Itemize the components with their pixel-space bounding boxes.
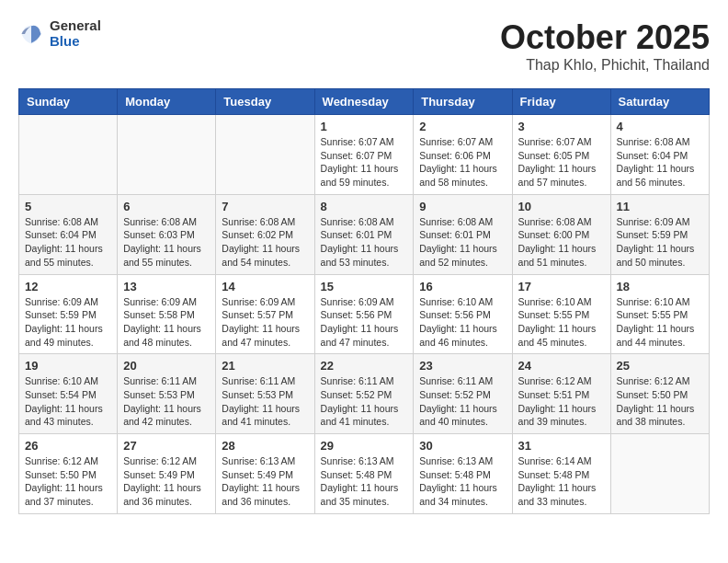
calendar-cell: 4Sunrise: 6:08 AMSunset: 6:04 PMDaylight… — [610, 115, 709, 195]
calendar-cell: 18Sunrise: 6:10 AMSunset: 5:55 PMDayligh… — [610, 274, 709, 354]
cell-details: Sunrise: 6:13 AMSunset: 5:49 PMDaylight:… — [222, 454, 308, 509]
day-number: 10 — [518, 200, 605, 213]
calendar-cell: 13Sunrise: 6:09 AMSunset: 5:58 PMDayligh… — [118, 274, 216, 354]
logo-icon — [18, 21, 44, 47]
calendar-cell: 12Sunrise: 6:09 AMSunset: 5:59 PMDayligh… — [19, 274, 118, 354]
day-number: 26 — [25, 439, 111, 453]
cell-details: Sunrise: 6:08 AMSunset: 6:04 PMDaylight:… — [25, 215, 111, 270]
day-number: 11 — [617, 200, 703, 213]
cell-details: Sunrise: 6:13 AMSunset: 5:48 PMDaylight:… — [321, 454, 408, 509]
calendar-cell: 5Sunrise: 6:08 AMSunset: 6:04 PMDaylight… — [19, 194, 118, 274]
calendar-header-row: SundayMondayTuesdayWednesdayThursdayFrid… — [19, 89, 710, 115]
calendar-cell: 28Sunrise: 6:13 AMSunset: 5:49 PMDayligh… — [216, 434, 314, 514]
cell-details: Sunrise: 6:11 AMSunset: 5:52 PMDaylight:… — [321, 374, 408, 429]
cell-details: Sunrise: 6:11 AMSunset: 5:53 PMDaylight:… — [222, 374, 308, 429]
calendar-cell: 23Sunrise: 6:11 AMSunset: 5:52 PMDayligh… — [414, 354, 512, 434]
calendar-cell: 27Sunrise: 6:12 AMSunset: 5:49 PMDayligh… — [118, 434, 216, 514]
cell-details: Sunrise: 6:09 AMSunset: 5:58 PMDaylight:… — [123, 295, 210, 350]
calendar-cell: 15Sunrise: 6:09 AMSunset: 5:56 PMDayligh… — [314, 274, 414, 354]
calendar-cell: 29Sunrise: 6:13 AMSunset: 5:48 PMDayligh… — [314, 434, 414, 514]
calendar-cell: 9Sunrise: 6:08 AMSunset: 6:01 PMDaylight… — [414, 194, 512, 274]
cell-details: Sunrise: 6:10 AMSunset: 5:56 PMDaylight:… — [419, 295, 506, 350]
day-number: 18 — [617, 280, 703, 293]
day-number: 27 — [123, 439, 210, 453]
calendar-cell: 1Sunrise: 6:07 AMSunset: 6:07 PMDaylight… — [314, 115, 414, 195]
page-header: General Blue October 2025 Thap Khlo, Phi… — [18, 18, 710, 74]
calendar-cell: 26Sunrise: 6:12 AMSunset: 5:50 PMDayligh… — [19, 434, 118, 514]
calendar-cell: 2Sunrise: 6:07 AMSunset: 6:06 PMDaylight… — [414, 115, 512, 195]
day-number: 9 — [419, 200, 506, 213]
day-number: 5 — [25, 200, 111, 213]
cell-details: Sunrise: 6:07 AMSunset: 6:07 PMDaylight:… — [321, 135, 408, 190]
cell-details: Sunrise: 6:09 AMSunset: 5:57 PMDaylight:… — [222, 295, 308, 350]
day-number: 12 — [25, 280, 111, 293]
calendar-table: SundayMondayTuesdayWednesdayThursdayFrid… — [18, 88, 710, 514]
cell-details: Sunrise: 6:14 AMSunset: 5:48 PMDaylight:… — [518, 454, 605, 509]
day-number: 6 — [123, 200, 210, 213]
day-header-thursday: Thursday — [414, 89, 512, 115]
calendar-cell — [118, 115, 216, 195]
title-block: October 2025 Thap Khlo, Phichit, Thailan… — [500, 18, 710, 74]
day-number: 8 — [321, 200, 408, 213]
calendar-week-1: 1Sunrise: 6:07 AMSunset: 6:07 PMDaylight… — [19, 115, 710, 195]
calendar-cell: 8Sunrise: 6:08 AMSunset: 6:01 PMDaylight… — [314, 194, 414, 274]
logo-general-text: General — [50, 18, 101, 34]
calendar-cell: 7Sunrise: 6:08 AMSunset: 6:02 PMDaylight… — [216, 194, 314, 274]
day-number: 2 — [419, 120, 506, 133]
cell-details: Sunrise: 6:09 AMSunset: 5:56 PMDaylight:… — [321, 295, 408, 350]
day-number: 20 — [123, 359, 210, 373]
calendar-cell: 3Sunrise: 6:07 AMSunset: 6:05 PMDaylight… — [512, 115, 610, 195]
cell-details: Sunrise: 6:12 AMSunset: 5:50 PMDaylight:… — [617, 374, 703, 429]
calendar-cell: 21Sunrise: 6:11 AMSunset: 5:53 PMDayligh… — [216, 354, 314, 434]
day-number: 16 — [419, 280, 506, 293]
calendar-week-2: 5Sunrise: 6:08 AMSunset: 6:04 PMDaylight… — [19, 194, 710, 274]
cell-details: Sunrise: 6:12 AMSunset: 5:50 PMDaylight:… — [25, 454, 111, 509]
day-number: 31 — [518, 439, 605, 453]
location: Thap Khlo, Phichit, Thailand — [500, 57, 710, 74]
calendar-week-4: 19Sunrise: 6:10 AMSunset: 5:54 PMDayligh… — [19, 354, 710, 434]
calendar-cell: 20Sunrise: 6:11 AMSunset: 5:53 PMDayligh… — [118, 354, 216, 434]
day-number: 25 — [617, 359, 703, 373]
day-number: 4 — [617, 120, 703, 133]
day-number: 19 — [25, 359, 111, 373]
calendar-cell: 31Sunrise: 6:14 AMSunset: 5:48 PMDayligh… — [512, 434, 610, 514]
day-header-friday: Friday — [512, 89, 610, 115]
cell-details: Sunrise: 6:09 AMSunset: 5:59 PMDaylight:… — [617, 215, 703, 270]
calendar-cell: 11Sunrise: 6:09 AMSunset: 5:59 PMDayligh… — [610, 194, 709, 274]
cell-details: Sunrise: 6:08 AMSunset: 6:03 PMDaylight:… — [123, 215, 210, 270]
calendar-cell: 22Sunrise: 6:11 AMSunset: 5:52 PMDayligh… — [314, 354, 414, 434]
cell-details: Sunrise: 6:08 AMSunset: 6:04 PMDaylight:… — [617, 135, 703, 190]
calendar-cell: 14Sunrise: 6:09 AMSunset: 5:57 PMDayligh… — [216, 274, 314, 354]
cell-details: Sunrise: 6:08 AMSunset: 6:00 PMDaylight:… — [518, 215, 605, 270]
cell-details: Sunrise: 6:07 AMSunset: 6:06 PMDaylight:… — [419, 135, 506, 190]
day-number: 22 — [321, 359, 408, 373]
month-title: October 2025 — [500, 18, 710, 57]
calendar-cell: 24Sunrise: 6:12 AMSunset: 5:51 PMDayligh… — [512, 354, 610, 434]
calendar-cell: 6Sunrise: 6:08 AMSunset: 6:03 PMDaylight… — [118, 194, 216, 274]
cell-details: Sunrise: 6:09 AMSunset: 5:59 PMDaylight:… — [25, 295, 111, 350]
day-header-wednesday: Wednesday — [314, 89, 414, 115]
day-header-saturday: Saturday — [610, 89, 709, 115]
calendar-cell: 17Sunrise: 6:10 AMSunset: 5:55 PMDayligh… — [512, 274, 610, 354]
logo-blue-text: Blue — [50, 34, 101, 50]
calendar-cell: 25Sunrise: 6:12 AMSunset: 5:50 PMDayligh… — [610, 354, 709, 434]
calendar-cell — [216, 115, 314, 195]
calendar-cell: 19Sunrise: 6:10 AMSunset: 5:54 PMDayligh… — [19, 354, 118, 434]
calendar-week-5: 26Sunrise: 6:12 AMSunset: 5:50 PMDayligh… — [19, 434, 710, 514]
calendar-cell: 16Sunrise: 6:10 AMSunset: 5:56 PMDayligh… — [414, 274, 512, 354]
cell-details: Sunrise: 6:10 AMSunset: 5:54 PMDaylight:… — [25, 374, 111, 429]
day-number: 17 — [518, 280, 605, 293]
cell-details: Sunrise: 6:13 AMSunset: 5:48 PMDaylight:… — [419, 454, 506, 509]
day-number: 1 — [321, 120, 408, 133]
day-number: 30 — [419, 439, 506, 453]
cell-details: Sunrise: 6:10 AMSunset: 5:55 PMDaylight:… — [518, 295, 605, 350]
day-number: 28 — [222, 439, 308, 453]
calendar-cell: 10Sunrise: 6:08 AMSunset: 6:00 PMDayligh… — [512, 194, 610, 274]
calendar-week-3: 12Sunrise: 6:09 AMSunset: 5:59 PMDayligh… — [19, 274, 710, 354]
calendar-cell — [19, 115, 118, 195]
cell-details: Sunrise: 6:07 AMSunset: 6:05 PMDaylight:… — [518, 135, 605, 190]
cell-details: Sunrise: 6:11 AMSunset: 5:53 PMDaylight:… — [123, 374, 210, 429]
cell-details: Sunrise: 6:08 AMSunset: 6:01 PMDaylight:… — [419, 215, 506, 270]
cell-details: Sunrise: 6:12 AMSunset: 5:51 PMDaylight:… — [518, 374, 605, 429]
logo-text: General Blue — [50, 18, 101, 49]
